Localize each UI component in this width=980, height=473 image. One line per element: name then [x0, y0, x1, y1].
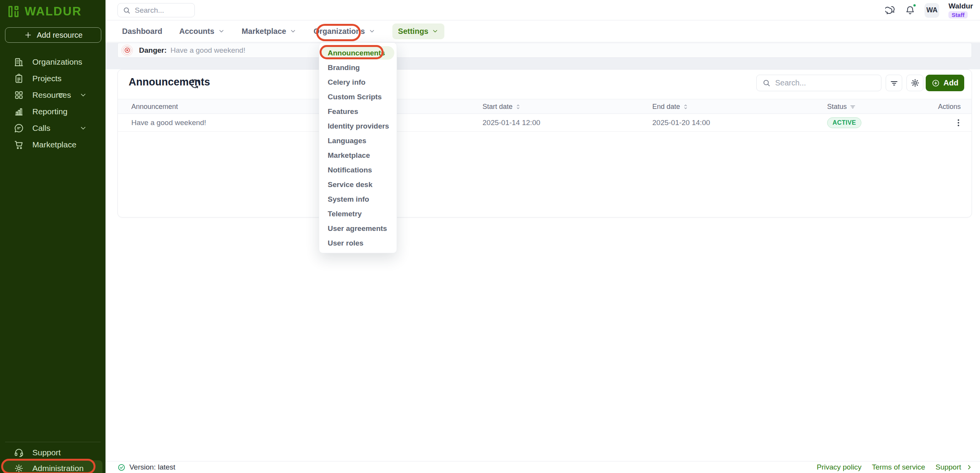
sidebar-divider: [5, 442, 101, 442]
menu-item-marketplace[interactable]: Marketplace: [319, 148, 397, 163]
table-row[interactable]: Have a good weekend! 2025-01-14 12:00 20…: [118, 114, 972, 132]
add-resource-button[interactable]: Add resource: [5, 27, 101, 43]
menu-item-service-desk[interactable]: Service desk: [319, 177, 397, 192]
alert-prefix: Danger:: [139, 46, 167, 55]
search-icon: [762, 79, 771, 87]
col-end-date[interactable]: End date: [652, 99, 689, 114]
sidebar-item-organizations[interactable]: Organizations: [0, 53, 106, 70]
nav-organizations[interactable]: Organizations: [313, 27, 375, 36]
sidebar-item-resources[interactable]: Resources: [0, 87, 106, 103]
menu-item-custom-scripts[interactable]: Custom Scripts: [319, 90, 397, 104]
global-search[interactable]: [117, 3, 195, 17]
menu-item-user-roles[interactable]: User roles: [319, 236, 397, 251]
logo-text: WALDUR: [25, 5, 82, 18]
col-status[interactable]: Status: [827, 99, 856, 114]
building-icon: [14, 57, 32, 67]
settings-dropdown-menu: Announcements Branding Celery info Custo…: [319, 42, 397, 253]
cell-start-date: 2025-01-14 12:00: [482, 114, 540, 132]
clipboard-icon: [14, 74, 32, 84]
cell-status: ACTIVE: [827, 114, 861, 132]
chevron-down-icon: [432, 28, 439, 35]
chevron-down-icon: [369, 28, 375, 35]
cart-icon: [14, 140, 32, 150]
nav-dashboard[interactable]: Dashboard: [122, 27, 162, 36]
menu-item-celery-info[interactable]: Celery info: [319, 75, 397, 90]
version-label: Version: latest: [129, 463, 175, 471]
cell-announcement: Have a good weekend!: [131, 114, 206, 132]
row-actions-kebab-icon[interactable]: [956, 118, 961, 128]
avatar[interactable]: WA: [925, 3, 939, 18]
staff-badge: Staff: [948, 11, 967, 18]
menu-item-system-info[interactable]: System info: [319, 192, 397, 207]
table-search[interactable]: [756, 75, 881, 91]
col-start-date[interactable]: Start date: [482, 99, 521, 114]
sidebar-item-projects[interactable]: Projects: [0, 70, 106, 87]
table-filter-button[interactable]: [886, 75, 902, 91]
chevron-down-icon: [218, 28, 225, 35]
sort-icon[interactable]: [683, 104, 689, 110]
waldur-logo[interactable]: WALDUR: [7, 5, 82, 18]
headset-icon: [14, 448, 32, 458]
col-announcement[interactable]: Announcement: [131, 99, 178, 114]
col-actions: Actions: [938, 99, 961, 114]
filter-icon[interactable]: [56, 91, 73, 99]
menu-item-notifications[interactable]: Notifications: [319, 163, 397, 177]
sidebar: WALDUR Add resource Organizations: [0, 0, 106, 473]
filter-icon: [890, 79, 899, 88]
table-settings-button[interactable]: [906, 75, 923, 91]
chevron-down-icon[interactable]: [79, 91, 95, 99]
plus-icon: [24, 31, 32, 39]
danger-alert: Danger: Have a good weekend!: [117, 43, 972, 58]
cell-end-date: 2025-01-20 14:00: [652, 114, 710, 132]
privacy-policy-link[interactable]: Privacy policy: [817, 463, 861, 471]
chat-bubble-icon: [14, 123, 32, 133]
waldur-admin-screen: WALDUR Add resource Organizations: [0, 0, 980, 473]
table-header: Announcement Start date End date Status …: [118, 99, 972, 114]
grid-icon: [14, 90, 32, 100]
menu-item-branding[interactable]: Branding: [319, 60, 397, 75]
terms-of-service-link[interactable]: Terms of service: [872, 463, 925, 471]
table-search-input[interactable]: [775, 79, 871, 87]
menu-item-announcements[interactable]: Announcements: [322, 46, 394, 60]
danger-x-circle-icon: [121, 45, 133, 56]
menu-item-languages[interactable]: Languages: [319, 134, 397, 148]
user-menu[interactable]: Waldur Staff: [948, 2, 973, 18]
nav-accounts[interactable]: Accounts: [179, 27, 224, 36]
check-circle-icon: [117, 463, 126, 471]
plus-circle-icon: [931, 79, 940, 87]
sidebar-item-calls[interactable]: Calls: [0, 120, 106, 136]
topbar: WA Waldur Staff: [106, 0, 980, 20]
search-icon: [122, 6, 131, 15]
notification-dot: [913, 3, 916, 7]
menu-item-identity-providers[interactable]: Identity providers: [319, 119, 397, 134]
status-badge: ACTIVE: [827, 117, 861, 128]
global-search-input[interactable]: [135, 6, 189, 15]
add-button[interactable]: Add: [926, 75, 964, 91]
nav-marketplace[interactable]: Marketplace: [242, 27, 297, 36]
user-name: Waldur: [948, 2, 973, 10]
menu-item-features[interactable]: Features: [319, 104, 397, 119]
notifications-bell-icon[interactable]: [905, 5, 915, 15]
chevron-right-icon[interactable]: [966, 464, 972, 470]
cell-actions: [956, 114, 961, 132]
waldur-logo-icon: [7, 5, 20, 18]
menu-item-telemetry[interactable]: Telemetry: [319, 207, 397, 221]
sidebar-nav: Organizations Projects Resources: [0, 53, 106, 153]
chevron-down-icon: [290, 28, 297, 35]
chevron-down-icon[interactable]: [79, 124, 95, 132]
gear-icon: [910, 78, 920, 88]
alert-message: Have a good weekend!: [171, 46, 245, 55]
sidebar-item-support[interactable]: Support: [0, 444, 106, 461]
announcements-card: Announcements: [117, 69, 972, 217]
nav-settings[interactable]: Settings: [392, 23, 445, 39]
support-link[interactable]: Support: [935, 463, 961, 471]
messages-icon[interactable]: [885, 5, 896, 15]
sidebar-item-administration[interactable]: Administration: [3, 460, 102, 473]
footer: Version: latest Privacy policy Terms of …: [106, 461, 980, 473]
menu-item-user-agreements[interactable]: User agreements: [319, 221, 397, 236]
refresh-icon[interactable]: [190, 79, 200, 89]
sort-icon[interactable]: [515, 104, 521, 110]
sidebar-item-reporting[interactable]: Reporting: [0, 103, 106, 120]
filter-icon[interactable]: [849, 104, 856, 110]
sidebar-item-marketplace[interactable]: Marketplace: [0, 136, 106, 153]
